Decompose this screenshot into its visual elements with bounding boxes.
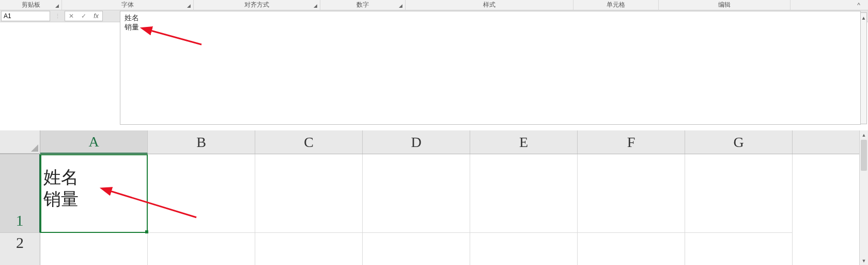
column-header-C[interactable]: C — [255, 130, 363, 154]
column-headers: A B C D E F G — [0, 130, 859, 154]
grid-row-2: 2 — [0, 233, 859, 265]
column-header-F[interactable]: F — [578, 130, 685, 154]
dialog-launcher-icon[interactable]: ◢ — [53, 2, 60, 9]
ribbon-group-label: 数字 — [320, 1, 405, 9]
cell-B2[interactable] — [148, 233, 255, 265]
cell-G2[interactable] — [685, 233, 793, 265]
scroll-down-icon[interactable]: ▼ — [860, 256, 868, 265]
vertical-scrollbar[interactable]: ▲ ▼ — [859, 130, 868, 265]
cancel-icon[interactable]: ✕ — [65, 11, 78, 21]
ribbon-group-cells: 单元格 — [574, 0, 659, 10]
ribbon-group-alignment: 对齐方式 ◢ — [194, 0, 320, 10]
grid-row-1: 1 姓名 销量 — [0, 154, 859, 233]
row-header-1[interactable]: 1 — [0, 154, 40, 233]
column-header-D[interactable]: D — [363, 130, 470, 154]
name-box[interactable]: ▼ — [1, 11, 50, 21]
rows-wrap: 1 姓名 销量 2 — [0, 154, 859, 265]
column-header-B[interactable]: B — [148, 130, 255, 154]
ribbon-group-label: 字体 — [62, 1, 193, 9]
ribbon-group-label: 剪贴板 — [0, 1, 61, 9]
ribbon-group-label: 编辑 — [659, 1, 790, 9]
cell-F2[interactable] — [578, 233, 685, 265]
formula-bar[interactable]: 姓名 销量 — [120, 11, 861, 125]
ribbon-group-label: 样式 — [406, 1, 573, 9]
cell-E1[interactable] — [470, 154, 578, 233]
dialog-launcher-icon[interactable]: ◢ — [397, 2, 404, 9]
cell-A2[interactable] — [40, 233, 148, 265]
ribbon-group-row: 剪贴板 ◢ 字体 ◢ 对齐方式 ◢ 数字 ◢ 样式 单元格 编辑 ^ — [0, 0, 868, 10]
cell-E2[interactable] — [470, 233, 578, 265]
ribbon-group-clipboard: 剪贴板 ◢ — [0, 0, 62, 10]
formula-bar-collapse-icon[interactable]: ▲ — [861, 12, 867, 124]
formula-bar-line2: 销量 — [125, 23, 139, 31]
dialog-launcher-icon[interactable]: ◢ — [312, 2, 319, 9]
cell-C1[interactable] — [255, 154, 363, 233]
cell-F1[interactable] — [578, 154, 685, 233]
ribbon-group-styles: 样式 — [406, 0, 574, 10]
select-all-corner[interactable] — [0, 130, 40, 154]
cell-A1[interactable]: 姓名 销量 — [40, 154, 148, 233]
cell-D2[interactable] — [363, 233, 470, 265]
enter-icon[interactable]: ✓ — [78, 11, 90, 21]
column-header-A[interactable]: A — [40, 130, 148, 154]
cell-G1[interactable] — [685, 154, 793, 233]
ribbon-group-number: 数字 ◢ — [320, 0, 406, 10]
grid[interactable]: A B C D E F G 1 姓名 销量 2 — [0, 130, 859, 265]
sheet-area: A B C D E F G 1 姓名 销量 2 — [0, 130, 868, 265]
fx-icon[interactable]: fx — [90, 11, 102, 21]
column-header-E[interactable]: E — [470, 130, 578, 154]
scroll-up-icon[interactable]: ▲ — [860, 130, 868, 139]
ribbon-group-editing: 编辑 — [659, 0, 791, 10]
ribbon-group-label: 对齐方式 — [194, 1, 320, 9]
column-header-G[interactable]: G — [685, 130, 793, 154]
ribbon-group-label: 单元格 — [574, 1, 658, 9]
cell-C2[interactable] — [255, 233, 363, 265]
scroll-thumb[interactable] — [861, 140, 867, 171]
cell-D1[interactable] — [363, 154, 470, 233]
row-header-2[interactable]: 2 — [0, 233, 40, 265]
dialog-launcher-icon[interactable]: ◢ — [185, 2, 192, 9]
cell-B1[interactable] — [148, 154, 255, 233]
ribbon-group-font: 字体 ◢ — [62, 0, 194, 10]
formula-bar-line1: 姓名 — [125, 13, 139, 22]
separator-dots: ⋮ — [50, 10, 65, 22]
formula-bar-buttons: ✕ ✓ fx — [65, 11, 103, 21]
collapse-ribbon-icon[interactable]: ^ — [854, 1, 864, 9]
